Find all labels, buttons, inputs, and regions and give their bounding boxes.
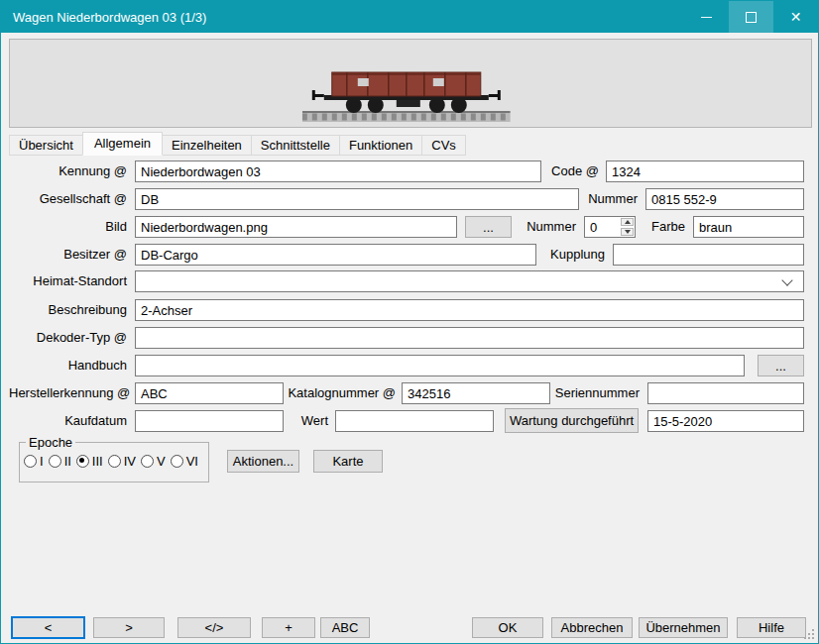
handbuch-input[interactable] bbox=[135, 355, 745, 376]
hilfe-button[interactable]: Hilfe bbox=[737, 617, 806, 638]
radio-icon bbox=[24, 455, 37, 468]
epoche-radio-1[interactable]: I bbox=[24, 454, 44, 469]
nummer-input[interactable] bbox=[645, 188, 804, 210]
seriennummer-input[interactable] bbox=[647, 382, 804, 404]
radio-icon bbox=[76, 455, 89, 468]
besitzer-input[interactable] bbox=[135, 244, 536, 266]
epoche-radio-3[interactable]: III bbox=[76, 454, 103, 469]
maximize-icon bbox=[746, 12, 757, 23]
radio-icon bbox=[49, 455, 61, 468]
radio-icon bbox=[141, 455, 154, 468]
wartung-durchgefuehrt-button[interactable]: Wartung durchgeführt bbox=[505, 408, 639, 433]
epoche-radio-6-label: VI bbox=[186, 454, 198, 469]
wert-input[interactable] bbox=[335, 410, 494, 432]
code-label: Code @ bbox=[541, 163, 599, 178]
nav-previous-button[interactable]: < bbox=[11, 616, 85, 639]
gesellschaft-label: Gesellschaft @ bbox=[9, 191, 127, 206]
minimize-icon bbox=[701, 17, 712, 18]
abbrechen-button[interactable]: Abbrechen bbox=[551, 617, 633, 638]
wagon-image bbox=[302, 57, 511, 125]
farbe-input[interactable] bbox=[693, 216, 804, 238]
stepper-up-button[interactable] bbox=[621, 218, 634, 226]
chevron-down-icon bbox=[781, 274, 792, 285]
heimat-standort-select[interactable] bbox=[135, 270, 804, 292]
tab-funktionen[interactable]: Funktionen bbox=[339, 135, 422, 156]
tab-uebersicht[interactable]: Übersicht bbox=[9, 135, 83, 156]
kaufdatum-label: Kaufdatum bbox=[9, 413, 127, 428]
add-button[interactable]: + bbox=[262, 617, 315, 638]
nav-code-button[interactable]: </> bbox=[177, 617, 251, 638]
epoche-group: Epoche I II III IV V bbox=[19, 435, 209, 483]
handbuch-label: Handbuch bbox=[9, 358, 127, 373]
close-button[interactable]: ✕ bbox=[773, 1, 818, 33]
close-icon: ✕ bbox=[790, 10, 802, 24]
bild-nummer-label: Nummer bbox=[517, 219, 576, 234]
epoche-radio-4-label: IV bbox=[124, 454, 136, 469]
heimat-standort-label: Heimat-Standort bbox=[9, 273, 127, 288]
beschreibung-label: Beschreibung bbox=[9, 302, 127, 317]
abc-button[interactable]: ABC bbox=[320, 617, 370, 638]
aktionen-button[interactable]: Aktionen... bbox=[227, 450, 299, 473]
besitzer-label: Besitzer @ bbox=[9, 247, 127, 262]
window-title: Wagen Niederbordwagen 03 (1/3) bbox=[1, 10, 206, 25]
epoche-radio-5-label: V bbox=[157, 454, 166, 469]
epoche-radio-5[interactable]: V bbox=[141, 454, 166, 469]
tab-cvs[interactable]: CVs bbox=[421, 135, 466, 156]
epoche-radio-2[interactable]: II bbox=[49, 454, 71, 469]
dekoder-typ-label: Dekoder-Typ @ bbox=[9, 330, 127, 345]
kupplung-label: Kupplung bbox=[539, 247, 605, 262]
radio-icon bbox=[171, 455, 183, 468]
stepper-buttons bbox=[620, 217, 635, 237]
radio-icon bbox=[108, 455, 121, 468]
wagon-photo-panel bbox=[9, 39, 812, 128]
epoche-radio-6[interactable]: VI bbox=[171, 454, 198, 469]
epoche-radio-2-label: II bbox=[64, 454, 71, 469]
arrow-down-icon bbox=[625, 230, 631, 234]
uebernehmen-button[interactable]: Übernehmen bbox=[639, 617, 728, 638]
herstellerkennung-input[interactable] bbox=[135, 382, 284, 404]
beschreibung-input[interactable] bbox=[135, 299, 804, 321]
tab-schnittstelle[interactable]: Schnittstelle bbox=[251, 135, 340, 156]
wagon-editor-dialog: Wagen Niederbordwagen 03 (1/3) ✕ bbox=[0, 0, 819, 644]
tab-allgemein[interactable]: Allgemein bbox=[82, 132, 163, 156]
dekoder-typ-input[interactable] bbox=[135, 327, 804, 349]
bild-browse-button[interactable]: ... bbox=[465, 216, 512, 238]
minimize-button[interactable] bbox=[684, 1, 729, 33]
epoche-radio-1-label: I bbox=[40, 454, 44, 469]
nummer-label: Nummer bbox=[576, 191, 638, 206]
herstellerkennung-label: Herstellerkennung @ bbox=[9, 385, 127, 400]
kaufdatum-input[interactable] bbox=[135, 410, 284, 432]
ok-button[interactable]: OK bbox=[472, 617, 543, 638]
seriennummer-label: Seriennummer bbox=[552, 385, 640, 400]
kennung-input[interactable] bbox=[135, 161, 541, 182]
stepper-down-button[interactable] bbox=[621, 228, 634, 236]
resize-grip[interactable] bbox=[804, 629, 814, 639]
bild-nummer-stepper bbox=[584, 216, 636, 238]
bild-nummer-input[interactable] bbox=[585, 217, 620, 237]
kupplung-input[interactable] bbox=[613, 244, 804, 266]
kennung-label: Kennung @ bbox=[9, 163, 127, 178]
window-controls: ✕ bbox=[684, 1, 818, 33]
code-input[interactable] bbox=[606, 161, 804, 182]
wert-label: Wert bbox=[293, 413, 328, 428]
wartung-datum-input[interactable] bbox=[647, 410, 804, 432]
bild-label: Bild bbox=[9, 219, 127, 234]
karte-button[interactable]: Karte bbox=[313, 450, 383, 473]
arrow-up-icon bbox=[625, 220, 631, 224]
epoche-options: I II III IV V VI bbox=[24, 454, 204, 469]
epoche-radio-3-label: III bbox=[92, 454, 103, 469]
nav-next-button[interactable]: > bbox=[93, 617, 165, 638]
epoche-legend: Epoche bbox=[26, 435, 75, 450]
epoche-radio-4[interactable]: IV bbox=[108, 454, 136, 469]
katalognummer-input[interactable] bbox=[402, 382, 550, 404]
bild-input[interactable] bbox=[135, 216, 457, 238]
farbe-label: Farbe bbox=[642, 219, 685, 234]
maximize-button[interactable] bbox=[729, 1, 773, 33]
titlebar[interactable]: Wagen Niederbordwagen 03 (1/3) ✕ bbox=[1, 1, 818, 33]
handbuch-browse-button[interactable]: ... bbox=[758, 355, 804, 376]
tab-einzelheiten[interactable]: Einzelheiten bbox=[162, 135, 252, 156]
tab-bar: Übersicht Allgemein Einzelheiten Schnitt… bbox=[9, 132, 465, 156]
katalognummer-label: Katalognummer @ bbox=[287, 385, 396, 400]
gesellschaft-input[interactable] bbox=[135, 188, 579, 210]
